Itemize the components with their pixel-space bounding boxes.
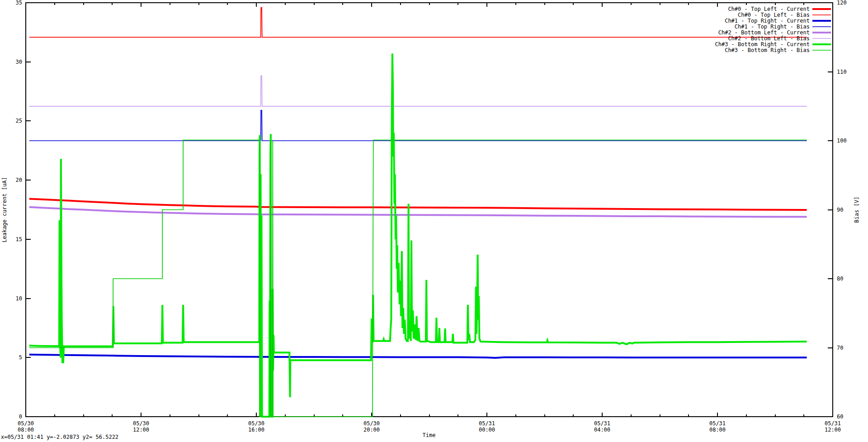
x-tick-label: 05/31 (709, 420, 726, 427)
legend-label-ch0-bias: Ch#0 - Top Left - Bias (738, 12, 810, 18)
y2-axis-title: Bias [V] (854, 197, 860, 223)
y-axis-title: Leakage current [uA] (1, 177, 8, 242)
x-tick-label: 05/31 (479, 420, 495, 427)
y2-tick-label: 110 (837, 69, 847, 75)
y-tick-label: 15 (16, 236, 22, 242)
y-tick-label: 10 (16, 295, 22, 302)
x-tick-label: 05/30 (18, 420, 34, 427)
y-tick-label: 0 (19, 413, 22, 420)
y-tick-label: 20 (16, 177, 22, 183)
legend-label-ch3-current: Ch#3 - Bottom Right - Current (715, 41, 810, 48)
y2-tick-label: 60 (837, 413, 843, 420)
series-ch3-current (29, 53, 807, 417)
x-tick-label: 12:00 (133, 427, 149, 433)
series-ch0-bias (29, 8, 807, 38)
series-ch2-bias (29, 76, 807, 106)
series-ch1-current (29, 355, 807, 358)
legend-label-ch0-current: Ch#0 - Top Left - Current (728, 6, 810, 12)
x-tick-label: 20:00 (363, 427, 380, 433)
series-ch3-bias (29, 140, 807, 417)
x-tick-label: 04:00 (594, 427, 610, 433)
x-tick-label: 08:00 (709, 427, 726, 433)
x-tick-label: 05/31 (825, 420, 841, 427)
y2-tick-label: 90 (837, 207, 843, 213)
y-tick-label: 5 (19, 354, 22, 361)
legend-label-ch2-current: Ch#2 - Bottom Left - Current (718, 29, 810, 36)
y2-tick-label: 80 (837, 276, 843, 282)
x-tick-label: 12:00 (825, 427, 841, 433)
x-tick-label: 00:00 (479, 427, 495, 433)
mouse-coordinate-readout: x=05/31 01:41 y=-2.02873 y2= 56.5222 (1, 434, 118, 440)
x-axis-title: Time (423, 432, 436, 438)
y2-tick-label: 70 (837, 345, 843, 351)
legend-label-ch1-bias: Ch#1 - Top Right - Bias (735, 24, 810, 30)
x-tick-label: 05/30 (363, 420, 380, 427)
y-tick-label: 30 (16, 59, 22, 65)
series-ch1-bias (29, 110, 807, 141)
legend-label-ch3-bias: Ch#3 - Bottom Right - Bias (725, 47, 810, 53)
x-tick-label: 08:00 (18, 427, 34, 433)
y2-tick-label: 100 (837, 138, 847, 144)
chart-canvas[interactable]: 05/3008:0005/3012:0005/3016:0005/3020:00… (0, 0, 868, 442)
y2-tick-label: 120 (837, 0, 847, 6)
legend-label-ch2-bias: Ch#2 - Bottom Left - Bias (728, 35, 810, 42)
y-tick-label: 35 (16, 0, 22, 6)
x-tick-label: 05/30 (133, 420, 149, 427)
y-tick-label: 25 (16, 118, 22, 124)
x-tick-label: 05/31 (594, 420, 610, 427)
x-tick-label: 16:00 (248, 427, 264, 433)
legend-label-ch1-current: Ch#1 - Top Right - Current (725, 18, 810, 24)
gnuplot-window: 05/3008:0005/3012:0005/3016:0005/3020:00… (0, 0, 868, 442)
x-tick-label: 05/30 (248, 420, 264, 427)
series-ch0-current (29, 199, 807, 210)
